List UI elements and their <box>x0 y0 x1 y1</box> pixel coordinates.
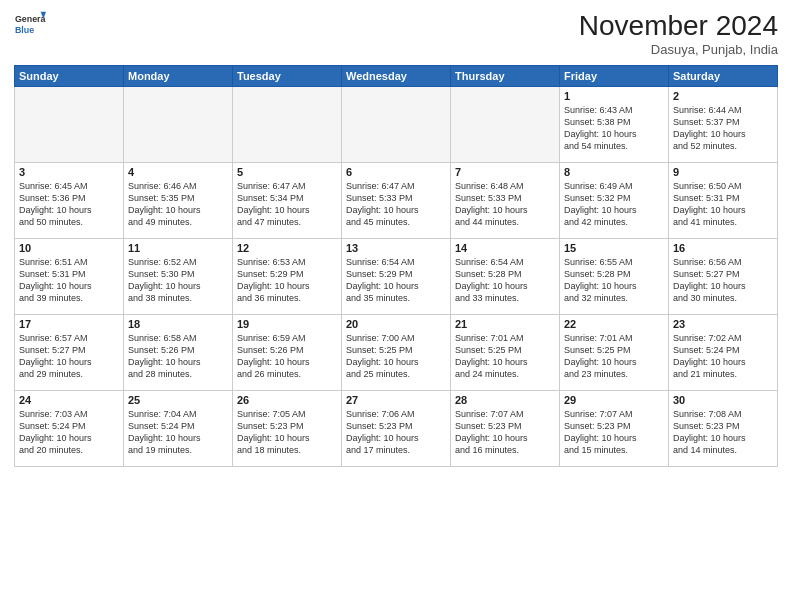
table-row: 30Sunrise: 7:08 AM Sunset: 5:23 PM Dayli… <box>669 391 778 467</box>
day-info: Sunrise: 6:53 AM Sunset: 5:29 PM Dayligh… <box>237 256 337 305</box>
col-tuesday: Tuesday <box>233 66 342 87</box>
day-info: Sunrise: 6:55 AM Sunset: 5:28 PM Dayligh… <box>564 256 664 305</box>
day-info: Sunrise: 7:06 AM Sunset: 5:23 PM Dayligh… <box>346 408 446 457</box>
day-number: 29 <box>564 394 664 406</box>
location: Dasuya, Punjab, India <box>579 42 778 57</box>
day-info: Sunrise: 7:04 AM Sunset: 5:24 PM Dayligh… <box>128 408 228 457</box>
day-number: 4 <box>128 166 228 178</box>
col-monday: Monday <box>124 66 233 87</box>
day-number: 14 <box>455 242 555 254</box>
table-row: 2Sunrise: 6:44 AM Sunset: 5:37 PM Daylig… <box>669 87 778 163</box>
day-info: Sunrise: 6:51 AM Sunset: 5:31 PM Dayligh… <box>19 256 119 305</box>
table-row <box>15 87 124 163</box>
day-number: 27 <box>346 394 446 406</box>
col-friday: Friday <box>560 66 669 87</box>
calendar-table: Sunday Monday Tuesday Wednesday Thursday… <box>14 65 778 467</box>
day-info: Sunrise: 6:59 AM Sunset: 5:26 PM Dayligh… <box>237 332 337 381</box>
month-title: November 2024 <box>579 10 778 42</box>
table-row: 3Sunrise: 6:45 AM Sunset: 5:36 PM Daylig… <box>15 163 124 239</box>
day-number: 10 <box>19 242 119 254</box>
day-number: 26 <box>237 394 337 406</box>
table-row: 6Sunrise: 6:47 AM Sunset: 5:33 PM Daylig… <box>342 163 451 239</box>
day-number: 6 <box>346 166 446 178</box>
day-info: Sunrise: 6:45 AM Sunset: 5:36 PM Dayligh… <box>19 180 119 229</box>
day-info: Sunrise: 6:44 AM Sunset: 5:37 PM Dayligh… <box>673 104 773 153</box>
day-number: 19 <box>237 318 337 330</box>
table-row: 29Sunrise: 7:07 AM Sunset: 5:23 PM Dayli… <box>560 391 669 467</box>
table-row: 16Sunrise: 6:56 AM Sunset: 5:27 PM Dayli… <box>669 239 778 315</box>
table-row: 4Sunrise: 6:46 AM Sunset: 5:35 PM Daylig… <box>124 163 233 239</box>
day-info: Sunrise: 6:47 AM Sunset: 5:34 PM Dayligh… <box>237 180 337 229</box>
day-number: 21 <box>455 318 555 330</box>
day-info: Sunrise: 7:01 AM Sunset: 5:25 PM Dayligh… <box>455 332 555 381</box>
col-wednesday: Wednesday <box>342 66 451 87</box>
svg-text:General: General <box>15 14 46 24</box>
calendar-header-row: Sunday Monday Tuesday Wednesday Thursday… <box>15 66 778 87</box>
table-row: 19Sunrise: 6:59 AM Sunset: 5:26 PM Dayli… <box>233 315 342 391</box>
table-row: 20Sunrise: 7:00 AM Sunset: 5:25 PM Dayli… <box>342 315 451 391</box>
day-number: 22 <box>564 318 664 330</box>
day-number: 18 <box>128 318 228 330</box>
day-info: Sunrise: 6:50 AM Sunset: 5:31 PM Dayligh… <box>673 180 773 229</box>
table-row: 28Sunrise: 7:07 AM Sunset: 5:23 PM Dayli… <box>451 391 560 467</box>
day-info: Sunrise: 7:07 AM Sunset: 5:23 PM Dayligh… <box>564 408 664 457</box>
table-row: 15Sunrise: 6:55 AM Sunset: 5:28 PM Dayli… <box>560 239 669 315</box>
day-number: 11 <box>128 242 228 254</box>
table-row <box>342 87 451 163</box>
day-number: 15 <box>564 242 664 254</box>
table-row <box>451 87 560 163</box>
calendar-week-row: 1Sunrise: 6:43 AM Sunset: 5:38 PM Daylig… <box>15 87 778 163</box>
table-row: 27Sunrise: 7:06 AM Sunset: 5:23 PM Dayli… <box>342 391 451 467</box>
logo-icon: General Blue <box>14 10 46 42</box>
day-info: Sunrise: 6:48 AM Sunset: 5:33 PM Dayligh… <box>455 180 555 229</box>
col-saturday: Saturday <box>669 66 778 87</box>
table-row: 17Sunrise: 6:57 AM Sunset: 5:27 PM Dayli… <box>15 315 124 391</box>
day-info: Sunrise: 7:08 AM Sunset: 5:23 PM Dayligh… <box>673 408 773 457</box>
table-row: 24Sunrise: 7:03 AM Sunset: 5:24 PM Dayli… <box>15 391 124 467</box>
day-info: Sunrise: 7:02 AM Sunset: 5:24 PM Dayligh… <box>673 332 773 381</box>
table-row: 7Sunrise: 6:48 AM Sunset: 5:33 PM Daylig… <box>451 163 560 239</box>
day-number: 1 <box>564 90 664 102</box>
day-number: 9 <box>673 166 773 178</box>
calendar-week-row: 3Sunrise: 6:45 AM Sunset: 5:36 PM Daylig… <box>15 163 778 239</box>
calendar-week-row: 17Sunrise: 6:57 AM Sunset: 5:27 PM Dayli… <box>15 315 778 391</box>
day-info: Sunrise: 6:52 AM Sunset: 5:30 PM Dayligh… <box>128 256 228 305</box>
day-info: Sunrise: 6:54 AM Sunset: 5:28 PM Dayligh… <box>455 256 555 305</box>
table-row: 8Sunrise: 6:49 AM Sunset: 5:32 PM Daylig… <box>560 163 669 239</box>
day-number: 8 <box>564 166 664 178</box>
day-info: Sunrise: 6:47 AM Sunset: 5:33 PM Dayligh… <box>346 180 446 229</box>
day-number: 17 <box>19 318 119 330</box>
day-info: Sunrise: 7:03 AM Sunset: 5:24 PM Dayligh… <box>19 408 119 457</box>
day-number: 12 <box>237 242 337 254</box>
page: General Blue General Blue November 2024 … <box>0 0 792 612</box>
day-info: Sunrise: 6:58 AM Sunset: 5:26 PM Dayligh… <box>128 332 228 381</box>
svg-text:Blue: Blue <box>15 25 34 35</box>
table-row: 13Sunrise: 6:54 AM Sunset: 5:29 PM Dayli… <box>342 239 451 315</box>
table-row: 22Sunrise: 7:01 AM Sunset: 5:25 PM Dayli… <box>560 315 669 391</box>
table-row: 21Sunrise: 7:01 AM Sunset: 5:25 PM Dayli… <box>451 315 560 391</box>
day-number: 7 <box>455 166 555 178</box>
day-number: 28 <box>455 394 555 406</box>
day-number: 20 <box>346 318 446 330</box>
table-row: 18Sunrise: 6:58 AM Sunset: 5:26 PM Dayli… <box>124 315 233 391</box>
table-row <box>124 87 233 163</box>
day-info: Sunrise: 6:56 AM Sunset: 5:27 PM Dayligh… <box>673 256 773 305</box>
day-number: 25 <box>128 394 228 406</box>
day-info: Sunrise: 6:46 AM Sunset: 5:35 PM Dayligh… <box>128 180 228 229</box>
day-number: 3 <box>19 166 119 178</box>
calendar-week-row: 10Sunrise: 6:51 AM Sunset: 5:31 PM Dayli… <box>15 239 778 315</box>
day-number: 13 <box>346 242 446 254</box>
col-thursday: Thursday <box>451 66 560 87</box>
day-number: 16 <box>673 242 773 254</box>
table-row: 23Sunrise: 7:02 AM Sunset: 5:24 PM Dayli… <box>669 315 778 391</box>
day-number: 2 <box>673 90 773 102</box>
day-info: Sunrise: 6:43 AM Sunset: 5:38 PM Dayligh… <box>564 104 664 153</box>
day-info: Sunrise: 6:57 AM Sunset: 5:27 PM Dayligh… <box>19 332 119 381</box>
table-row <box>233 87 342 163</box>
table-row: 9Sunrise: 6:50 AM Sunset: 5:31 PM Daylig… <box>669 163 778 239</box>
day-info: Sunrise: 7:01 AM Sunset: 5:25 PM Dayligh… <box>564 332 664 381</box>
table-row: 26Sunrise: 7:05 AM Sunset: 5:23 PM Dayli… <box>233 391 342 467</box>
day-number: 23 <box>673 318 773 330</box>
day-number: 24 <box>19 394 119 406</box>
day-info: Sunrise: 6:54 AM Sunset: 5:29 PM Dayligh… <box>346 256 446 305</box>
